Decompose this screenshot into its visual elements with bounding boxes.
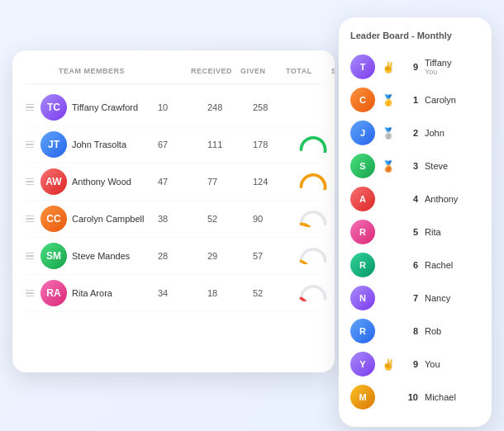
table-body: TC Tiffany Crawford 10 248 258 JT John T… [26, 89, 321, 312]
lb-rank: 10 [402, 392, 418, 402]
row-left: SM Steve Mandes [26, 243, 158, 269]
col-received: Received [191, 67, 240, 75]
lb-name-group: Carolyn [425, 95, 456, 105]
row-total: 124 [253, 177, 298, 187]
gauge [298, 136, 328, 153]
drag-handle[interactable] [26, 102, 36, 112]
avatar: AW [40, 168, 67, 195]
table-row: TC Tiffany Crawford 10 248 258 [26, 89, 321, 126]
leaderboard-item[interactable]: M 10 Michael [350, 381, 480, 414]
lb-rank: 8 [402, 326, 418, 336]
leaderboard-item[interactable]: Y ✌️ 9 You [350, 348, 480, 381]
leaderboard-item[interactable]: N 7 Nancy [350, 282, 480, 315]
lb-avatar: M [350, 385, 375, 410]
row-received: 28 [158, 251, 207, 261]
row-name: John Trasolta [72, 140, 126, 149]
leaderboard-title: Leader Board - Monthly [350, 31, 480, 40]
row-received: 34 [158, 288, 207, 298]
medal-badge: 🥉 [382, 161, 395, 172]
lb-rank: 9 [402, 359, 418, 369]
medal-badge: 🥈 [382, 128, 395, 139]
lb-name-group: Tiffany You [425, 58, 451, 76]
drag-handle[interactable] [26, 177, 36, 187]
lb-name-group: Nancy [425, 293, 450, 303]
avatar: JT [40, 131, 67, 158]
leaderboard-card: Leader Board - Monthly T ✌️ 9 Tiffany Yo… [339, 17, 492, 427]
lb-avatar: R [350, 253, 375, 277]
lb-sub: You [425, 68, 451, 76]
leaderboard-item[interactable]: T ✌️ 9 Tiffany You [350, 50, 480, 83]
row-given: 77 [207, 177, 253, 187]
lb-rank: 6 [402, 260, 418, 270]
lb-name-group: Anthony [425, 194, 458, 204]
lb-avatar: T [350, 54, 375, 79]
leaderboard-item[interactable]: A 4 Anthony [350, 182, 480, 216]
lb-name-group: Steve [425, 161, 448, 171]
lb-avatar: J [350, 121, 375, 145]
row-total: 57 [253, 251, 298, 261]
row-name: Anthony Wood [72, 177, 131, 187]
gauge [298, 285, 328, 301]
medal-badge: 🥇 [382, 95, 395, 106]
drag-handle[interactable] [26, 140, 36, 149]
lb-rank: 5 [402, 227, 418, 237]
lb-name: Rita [425, 227, 441, 237]
lb-rank: 9 [402, 62, 418, 72]
row-left: TC Tiffany Crawford [26, 94, 158, 121]
drag-handle[interactable] [26, 251, 36, 261]
avatar: SM [40, 243, 67, 269]
lb-avatar: A [350, 187, 375, 211]
lb-name: Anthony [425, 194, 458, 204]
lb-rank: 4 [402, 194, 418, 204]
table-header: Team Members Received Given Total Score [26, 67, 321, 84]
medal-badge: ✌️ [382, 359, 395, 370]
lb-name-group: John [425, 128, 445, 138]
gauge [298, 211, 328, 227]
lb-name: Carolyn [425, 95, 456, 105]
gauge [298, 248, 328, 264]
row-received: 10 [158, 102, 207, 112]
avatar: TC [40, 94, 67, 121]
lb-rank: 7 [402, 293, 418, 303]
col-given: Given [240, 67, 286, 75]
lb-rank: 2 [402, 128, 418, 138]
row-name: Rita Arora [72, 288, 112, 298]
lb-name-group: Rita [425, 227, 441, 237]
row-given: 29 [207, 251, 253, 261]
row-name: Tiffany Crawford [72, 102, 138, 112]
row-received: 47 [158, 177, 207, 187]
table-row: SM Steve Mandes 28 29 57 [26, 238, 321, 275]
avatar: RA [40, 280, 67, 306]
leaderboard-item[interactable]: R 6 Rachel [350, 249, 480, 282]
lb-name: Steve [425, 161, 448, 171]
leaderboard-item[interactable]: C 🥇 1 Carolyn [350, 83, 480, 116]
leaderboard-item[interactable]: R 5 Rita [350, 216, 480, 249]
col-total: Total [286, 67, 331, 75]
leaderboard-item[interactable]: J 🥈 2 John [350, 116, 480, 149]
row-received: 38 [158, 214, 207, 224]
row-left: RA Rita Arora [26, 280, 158, 306]
lb-avatar: R [350, 319, 375, 343]
leaderboard-item[interactable]: R 8 Rob [350, 315, 480, 348]
col-score: Score [331, 67, 335, 75]
row-name: Carolyn Campbell [72, 214, 144, 224]
row-received: 67 [158, 140, 207, 149]
lb-name-group: Michael [425, 392, 456, 402]
lb-name-group: Rachel [425, 260, 453, 270]
leaderboard-item[interactable]: S 🥉 3 Steve [350, 149, 480, 182]
drag-handle[interactable] [26, 288, 36, 298]
drag-handle[interactable] [26, 214, 36, 224]
row-given: 18 [207, 288, 253, 298]
gauge [298, 99, 328, 116]
lb-avatar: C [350, 88, 375, 112]
lb-avatar: S [350, 154, 375, 178]
lb-avatar: N [350, 286, 375, 310]
row-total: 90 [253, 214, 298, 224]
row-given: 111 [207, 140, 253, 149]
row-given: 52 [207, 214, 253, 224]
gauge [298, 173, 328, 190]
row-total: 258 [253, 102, 298, 112]
lb-avatar: Y [350, 352, 375, 377]
lb-name-group: Rob [425, 326, 441, 336]
table-row: JT John Trasolta 67 111 178 [26, 126, 321, 163]
